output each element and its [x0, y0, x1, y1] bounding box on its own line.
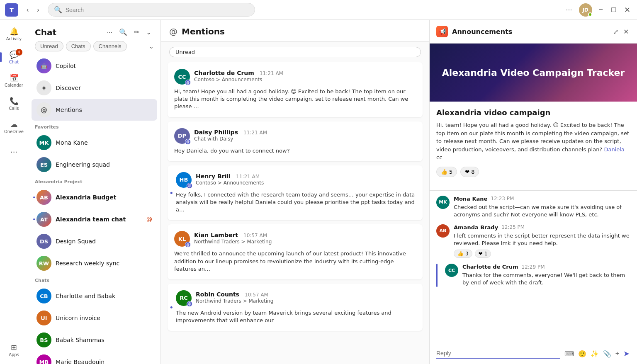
- mention-avatar-5: RC @: [176, 290, 192, 306]
- chat-item-design[interactable]: DS Design Squad: [32, 231, 157, 252]
- mention-time-3: 11:21 AM: [236, 174, 260, 180]
- more-options-button[interactable]: ···: [564, 4, 574, 16]
- reply-reaction-thumbs-2[interactable]: 👍 3: [454, 250, 472, 258]
- attach-button[interactable]: 📎: [602, 349, 612, 359]
- maximize-button[interactable]: □: [610, 4, 618, 16]
- announcements-icon: 📢: [436, 26, 448, 37]
- ann-expand-button[interactable]: ⤢: [611, 26, 620, 37]
- ann-campaign-text: Hi, team! Hope you all had a good holida…: [436, 121, 630, 162]
- ann-close-button[interactable]: ✕: [622, 26, 630, 37]
- reply-content-3: Charlotte de Crum 12:29 PM Thanks for th…: [462, 264, 630, 286]
- icon-rail: 🔔 Activity 💬 4 Chat 📅 Calendar 📞 Calls ☁…: [0, 20, 28, 364]
- chat-sidebar: Chat ··· 🔍 ✏ ⌄ Unread Chats Channels ⌄ 🤖…: [28, 20, 161, 364]
- mention-name-5: Robin Counts: [196, 291, 239, 298]
- alex-team-avatar: AT: [36, 212, 51, 227]
- chat-item-discover[interactable]: ✦ Discover: [32, 77, 157, 99]
- chat-search-button[interactable]: 🔍: [117, 27, 130, 38]
- reply-item-1: MK Mona Kane 12:23 PM Checked out the sc…: [436, 196, 630, 218]
- calendar-icon: 📅: [10, 73, 19, 82]
- reply-item-3: CC Charlotte de Crum 12:29 PM Thanks for…: [436, 264, 630, 286]
- announcements-header: 📢 Announcements ⤢ ✕: [430, 20, 637, 44]
- chat-item-charlotte-babak[interactable]: CB Charlotte and Babak: [32, 285, 157, 307]
- sidebar-item-calls[interactable]: 📞 Calls: [3, 93, 25, 114]
- chat-item-babak[interactable]: BS Babak Shammas: [32, 329, 157, 351]
- chat-item-research[interactable]: RW Research weekly sync: [32, 252, 157, 274]
- mention-daniela: Daniela: [604, 146, 624, 153]
- reply-name-2: Amanda Brady: [454, 224, 498, 231]
- mention-name-4: Kian Lambert: [194, 232, 238, 238]
- mention-text-1: Hi, team! Hope you all had a good holida…: [174, 88, 416, 111]
- filter-unread[interactable]: Unread: [35, 41, 63, 51]
- chat-item-mona[interactable]: MK Mona Kane: [32, 132, 157, 153]
- send-button[interactable]: ➤: [622, 348, 630, 359]
- emoji-button[interactable]: 🙂: [577, 349, 587, 359]
- reaction-thumbs[interactable]: 👍 5: [436, 167, 457, 177]
- at-badge-4: @: [185, 242, 191, 248]
- filter-channels[interactable]: Channels: [93, 41, 127, 51]
- back-button[interactable]: ‹: [23, 5, 32, 15]
- search-bar[interactable]: 🔍: [48, 3, 255, 17]
- mention-badge: @: [146, 216, 152, 223]
- search-icon: 🔍: [54, 6, 62, 14]
- add-button[interactable]: +: [615, 349, 620, 358]
- online-status-dot: [588, 12, 592, 17]
- sidebar-item-apps[interactable]: ⊞ Apps: [3, 339, 25, 361]
- section-chats: Chats: [28, 274, 160, 285]
- minimize-button[interactable]: −: [597, 4, 605, 16]
- chat-more-button[interactable]: ···: [105, 27, 115, 38]
- chat-item-unicorn[interactable]: UI Unicorn invoice: [32, 307, 157, 329]
- mention-card-4[interactable]: KL @ Kian Lambert 10:57 AM Northwind Tra…: [168, 224, 423, 279]
- section-favorites: Favorites: [28, 121, 160, 131]
- thumbs-count: 5: [449, 169, 452, 175]
- mention-source-5: Northwind Traders > Marketing: [196, 298, 416, 304]
- babak-name: Babak Shammas: [56, 337, 152, 343]
- chat-filter-bar: Unread Chats Channels ⌄: [28, 41, 160, 55]
- chat-compose-button[interactable]: ✏: [131, 27, 142, 38]
- sidebar-item-activity[interactable]: 🔔 Activity: [3, 23, 25, 45]
- reaction-heart[interactable]: ❤️ 8: [460, 167, 479, 177]
- section-alexandria: Alexandria Project: [28, 176, 160, 186]
- ann-content: Alexandria video campaign Hi, team! Hope…: [430, 102, 637, 190]
- filter-chats[interactable]: Chats: [66, 41, 91, 51]
- mention-source-2: Chat with Daisy: [194, 136, 416, 142]
- sidebar-item-more[interactable]: ···: [3, 141, 25, 163]
- chat-item-alex-budget[interactable]: AB Alexandria Budget: [32, 187, 157, 208]
- sidebar-item-calendar[interactable]: 📅 Calendar: [3, 70, 25, 91]
- mention-card-1[interactable]: CC @ Charlotte de Crum 11:21 AM Contoso …: [168, 62, 423, 117]
- mention-card-2[interactable]: DP @ Daisy Phillips 11:21 AM Chat with D…: [168, 121, 423, 161]
- reply-time-1: 12:23 PM: [491, 196, 514, 201]
- charlotte-babak-avatar: CB: [36, 289, 51, 303]
- reply-header-1: Mona Kane 12:23 PM: [454, 196, 630, 202]
- format-button[interactable]: ⌨: [564, 349, 575, 359]
- ai-button[interactable]: ✨: [590, 349, 600, 359]
- mention-card-5[interactable]: RC @ Robin Counts 10:57 AM Northwind Tra…: [168, 284, 423, 331]
- close-button[interactable]: ✕: [622, 4, 632, 16]
- chat-item-copilot[interactable]: 🤖 Copilot: [32, 55, 157, 77]
- sidebar-item-chat[interactable]: 💬 4 Chat: [3, 46, 25, 68]
- chat-list: 🤖 Copilot ✦ Discover @ Mentions Favorite…: [28, 55, 160, 364]
- chat-expand-button[interactable]: ⌄: [143, 27, 154, 38]
- reply-reaction-heart-2[interactable]: ❤️ 1: [475, 250, 491, 258]
- marie-avatar: MB: [36, 354, 51, 364]
- filter-more-button[interactable]: ⌄: [149, 43, 154, 50]
- forward-button[interactable]: ›: [34, 5, 42, 15]
- user-avatar[interactable]: JD: [579, 3, 592, 17]
- mentions-unread-chip[interactable]: Unread: [169, 47, 421, 57]
- mention-source-4: Northwind Traders > Marketing: [194, 239, 416, 245]
- ann-campaign-title: Alexandria video campaign: [436, 108, 630, 117]
- chat-item-alex-team[interactable]: AT Alexandria team chat @: [32, 209, 157, 230]
- chat-item-mentions[interactable]: @ Mentions: [32, 99, 157, 121]
- mention-info-3: Henry Brill 11:21 AM Contoso > Announcem…: [196, 172, 416, 186]
- mention-time-2: 11:21 AM: [243, 130, 267, 136]
- mention-time-4: 10:57 AM: [243, 233, 267, 238]
- sidebar-item-onedrive[interactable]: ☁ OneDrive: [3, 116, 25, 138]
- chat-item-eng-squad[interactable]: ES Engineering squad: [32, 154, 157, 175]
- mention-card-3[interactable]: HB @ Henry Brill 11:21 AM Contoso > Anno…: [168, 165, 423, 221]
- reply-accent-bar-3: [436, 264, 438, 286]
- search-input[interactable]: [66, 7, 249, 13]
- reply-input[interactable]: [436, 350, 509, 357]
- at-badge-3: @: [187, 183, 192, 189]
- unicorn-avatar: UI: [36, 311, 51, 325]
- mention-text-5: The new Android version by team Maverick…: [176, 309, 416, 324]
- chat-item-marie[interactable]: MB Marie Beaudouin: [32, 351, 157, 364]
